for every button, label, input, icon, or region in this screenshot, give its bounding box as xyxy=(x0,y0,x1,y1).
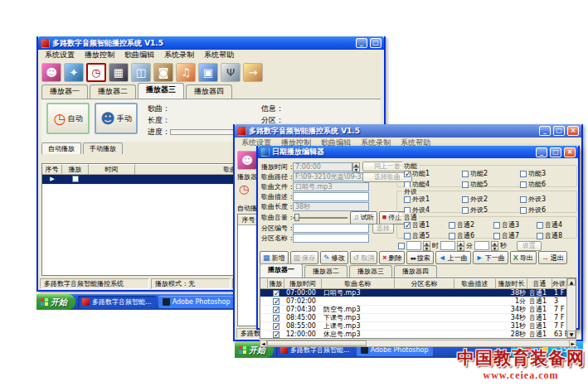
next-track-button[interactable]: ► 下一曲 xyxy=(473,251,508,264)
menu-item[interactable]: 歌曲编辑 xyxy=(119,50,159,60)
window1-titlebar[interactable]: 多路数字音频智能播控系统 V1.5 _ □ xyxy=(38,36,384,50)
second-spinner[interactable]: ▲▼ xyxy=(491,241,498,250)
dialog-tab-player-4[interactable]: 播放器四 xyxy=(394,265,437,278)
hour-spinner[interactable]: ▲▼ xyxy=(423,241,430,250)
close-button[interactable]: × xyxy=(567,126,579,136)
start-button[interactable]: 开始 xyxy=(36,294,75,310)
col-song-name[interactable]: 歌曲名称 xyxy=(322,278,395,288)
col-play[interactable]: 播放 xyxy=(62,164,89,174)
vertical-scrollbar[interactable]: ▲ ▼ xyxy=(566,278,576,338)
row-play-checkbox[interactable] xyxy=(273,290,279,297)
song-file-input[interactable]: 口哨号.mp3 xyxy=(293,182,369,191)
second-input[interactable] xyxy=(474,241,489,250)
taskbar-app-item[interactable]: 多路数字音频智能... xyxy=(78,296,156,308)
audio-channel-checkbox[interactable]: 音通7 xyxy=(493,231,537,240)
minute-spinner[interactable]: ▲▼ xyxy=(457,241,464,250)
modify-button[interactable]: ✎ 修改 xyxy=(320,251,348,264)
toolbar-icon[interactable]: ✦ xyxy=(64,63,84,82)
audio-channel-checkbox[interactable]: 音通6 xyxy=(449,231,493,240)
row-play-checkbox[interactable] xyxy=(273,331,279,338)
peripheral-checkbox[interactable]: 外设2 xyxy=(462,195,520,204)
row-play-checkbox[interactable] xyxy=(273,323,279,330)
song-volume-slider[interactable] xyxy=(293,214,347,221)
schedule-row[interactable]: 07:00:00 口哨号.mp3 38秒 音通1 1 F xyxy=(260,289,576,297)
audio-channel-checkbox[interactable]: 音通4 xyxy=(537,220,576,229)
search-button[interactable]: ●● 搜索 xyxy=(406,251,433,264)
minimize-button[interactable]: _ xyxy=(536,147,547,157)
song-desc-input[interactable] xyxy=(293,192,369,201)
scroll-thumb[interactable] xyxy=(267,340,367,346)
song-path-input[interactable]: F:\09-3210光盘\09-3210音乐库\ xyxy=(293,172,369,181)
row-play-checkbox[interactable] xyxy=(273,315,279,321)
taskbar-photoshop-item[interactable]: Adobe Photoshop xyxy=(158,296,235,308)
hour-input[interactable] xyxy=(406,241,421,250)
col-play[interactable]: 播放 xyxy=(268,278,284,288)
function-checkbox[interactable]: 功能2 xyxy=(462,169,520,178)
col-channel[interactable]: 音通 xyxy=(527,278,552,288)
col-duration[interactable]: 播放时长 xyxy=(496,278,527,288)
function-checkbox[interactable]: 功能3 xyxy=(520,169,575,178)
audio-channel-checkbox[interactable]: 音通1 xyxy=(404,220,449,229)
maximize-button[interactable]: □ xyxy=(553,126,565,136)
function-checkbox[interactable]: 功能6 xyxy=(520,180,575,189)
toolbar-icon[interactable]: → xyxy=(243,63,263,82)
timer-checkbox[interactable] xyxy=(398,243,405,249)
minimize-button[interactable]: _ xyxy=(539,126,551,136)
toolbar-icon[interactable]: ◷ xyxy=(86,63,106,82)
scroll-down-arrow[interactable]: ▼ xyxy=(567,331,576,338)
zone-name-input[interactable] xyxy=(293,234,369,243)
dialog-tab-player-1[interactable]: 播放器一 xyxy=(260,263,303,278)
export-button[interactable]: X 导出 xyxy=(510,251,537,264)
time-spinner[interactable]: ▲▼ xyxy=(352,162,360,171)
tab-player-2[interactable]: 播放器二 xyxy=(90,84,136,99)
menu-item[interactable]: 播放控制 xyxy=(80,50,119,60)
previous-track-button[interactable]: ◄ 上一曲 xyxy=(435,251,471,264)
toolbar-icon[interactable]: ◫ xyxy=(131,63,151,82)
scroll-up-arrow[interactable]: ▲ xyxy=(567,278,576,286)
scroll-left-arrow[interactable]: ◄ xyxy=(260,340,267,346)
dialog-tab-player-2[interactable]: 播放器二 xyxy=(304,265,347,278)
minute-input[interactable] xyxy=(440,241,455,250)
audio-channel-checkbox[interactable]: 音通5 xyxy=(404,231,449,240)
auto-mode-button[interactable]: ◷ 自动 xyxy=(46,103,90,134)
schedule-row[interactable]: 12:00:00 休息号.mp3 28秒 音通1 63 F xyxy=(260,331,576,339)
audio-channel-checkbox[interactable]: 音通8 xyxy=(537,231,576,240)
row-play-checkbox[interactable] xyxy=(273,307,279,313)
audio-channel-checkbox[interactable]: 音通2 xyxy=(449,220,493,229)
col-zone-name[interactable]: 分区名称 xyxy=(395,278,454,288)
maximize-button[interactable]: □ xyxy=(550,147,561,157)
song-length-input[interactable]: 38秒 xyxy=(293,202,369,211)
menu-item[interactable]: 系统帮助 xyxy=(199,50,239,60)
scroll-right-arrow[interactable]: ► xyxy=(569,340,576,346)
col-song-desc[interactable]: 歌曲描述 xyxy=(454,278,496,288)
schedule-row[interactable]: 08:45:00 下课号.mp3 34秒 音通1 7 F xyxy=(260,314,576,322)
volume-thumb[interactable] xyxy=(294,214,299,221)
zone-number-input[interactable] xyxy=(293,224,369,233)
cancel-button[interactable]: ↺ 取消 xyxy=(350,251,378,264)
function-checkbox[interactable]: 功能5 xyxy=(462,180,520,189)
toolbar-icon[interactable]: ☻ xyxy=(41,63,61,82)
audio-channel-checkbox[interactable]: 音通3 xyxy=(493,220,537,229)
menu-item[interactable]: 系统设置 xyxy=(40,50,80,60)
subtab-auto-play[interactable]: 自动播放 xyxy=(41,142,81,154)
tab-player-3[interactable]: 播放器三 xyxy=(138,83,184,99)
toolbar-icon[interactable]: ▣ xyxy=(198,63,218,82)
audition-button[interactable]: ♫ 试听 xyxy=(350,211,377,224)
col-time[interactable]: 时间 xyxy=(89,164,135,174)
peripheral-checkbox[interactable]: 外设6 xyxy=(520,205,575,215)
window2-titlebar[interactable]: 多路数字音频智能播控系统 V1.5 _ □ × xyxy=(235,124,581,138)
row-play-checkbox[interactable] xyxy=(273,298,279,305)
zone-select-button[interactable]: 选择 xyxy=(372,224,394,234)
user-icon[interactable]: ☻ xyxy=(237,151,257,170)
dialog-titlebar[interactable]: 日期播放编辑器 _ □ × xyxy=(258,146,578,158)
toolbar-icon[interactable]: ◙ xyxy=(153,63,173,82)
play-time-input[interactable]: 7:00:00 xyxy=(293,162,352,171)
tab-player-4[interactable]: 播放器四 xyxy=(186,84,232,99)
save-button[interactable]: ▥ 保存 xyxy=(290,251,319,264)
col-play-time[interactable]: 播放时间 xyxy=(284,278,322,288)
row-checkbox[interactable] xyxy=(72,176,79,182)
schedule-row[interactable]: 07:04:30 防空号.mp3 34秒 音通1 7 F xyxy=(260,306,576,314)
toolbar-icon[interactable]: Ψ xyxy=(221,63,241,82)
peripheral-checkbox[interactable]: 外设5 xyxy=(462,205,520,215)
minimize-button[interactable]: _ xyxy=(356,38,367,48)
